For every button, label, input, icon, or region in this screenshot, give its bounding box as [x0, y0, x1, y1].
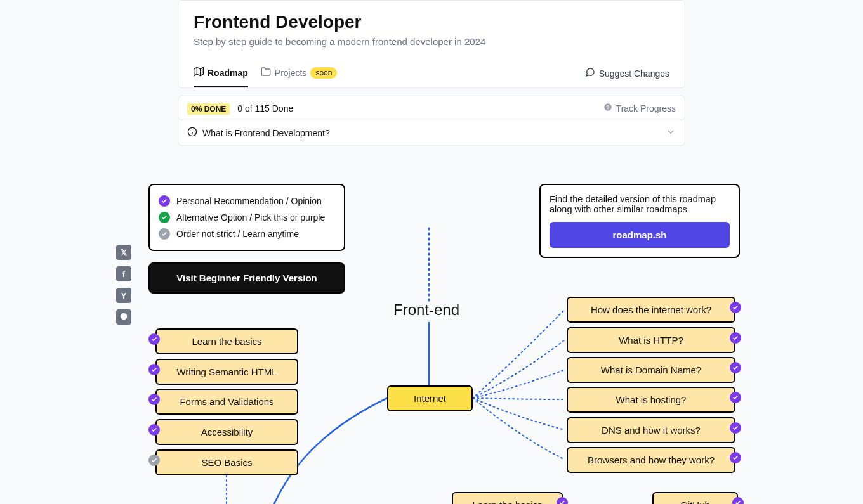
- check-icon: [159, 195, 170, 207]
- node-github[interactable]: GitHub: [652, 492, 738, 504]
- node-html-topic-1[interactable]: Writing Semantic HTML: [155, 359, 298, 385]
- check-icon: [159, 228, 170, 240]
- help-icon: ?: [603, 103, 612, 113]
- suggest-changes-label: Suggest Changes: [599, 68, 669, 79]
- node-internet-topic-0[interactable]: How does the internet work?: [567, 297, 735, 323]
- node-html-topic-4[interactable]: SEO Basics: [155, 449, 298, 475]
- beginner-version-button[interactable]: Visit Beginner Friendly Version: [148, 262, 345, 294]
- svg-text:?: ?: [606, 105, 609, 110]
- share-reddit-button[interactable]: [116, 309, 131, 325]
- x-icon: 𝕏: [121, 248, 127, 257]
- done-text: 0 of 115 Done: [237, 103, 293, 113]
- track-progress-button[interactable]: ? Track Progress: [603, 103, 676, 113]
- svg-marker-0: [194, 67, 204, 75]
- node-internet[interactable]: Internet: [387, 385, 473, 411]
- node-html-topic-2[interactable]: Forms and Validations: [155, 389, 298, 415]
- check-icon: [730, 452, 741, 463]
- chevron-down-icon: [666, 127, 676, 139]
- check-icon: [730, 302, 741, 313]
- tab-roadmap[interactable]: Roadmap: [194, 59, 248, 87]
- check-icon: [732, 497, 744, 504]
- check-icon: [730, 362, 741, 373]
- check-icon: [730, 332, 741, 344]
- check-icon: [148, 455, 160, 466]
- suggest-changes-button[interactable]: Suggest Changes: [585, 67, 669, 79]
- share-x-button[interactable]: 𝕏: [116, 245, 131, 260]
- legend-green-label: Alternative Option / Pick this or purple: [176, 212, 325, 223]
- share-hn-button[interactable]: Y: [116, 288, 131, 303]
- root-title: Front-end: [393, 301, 459, 319]
- node-css-topic-0[interactable]: Learn the basics: [452, 492, 563, 504]
- reddit-icon: [119, 312, 128, 323]
- node-internet-topic-4[interactable]: DNS and how it works?: [567, 417, 735, 443]
- check-icon: [730, 422, 741, 434]
- tab-projects[interactable]: Projects soon: [261, 59, 338, 87]
- done-badge: 0% DONE: [187, 103, 230, 115]
- tab-projects-label: Projects: [275, 68, 307, 78]
- legend-box: Personal Recommendation / Opinion Altern…: [148, 184, 345, 251]
- tab-roadmap-label: Roadmap: [208, 68, 248, 78]
- check-icon: [148, 424, 160, 436]
- promo-box: Find the detailed version of this roadma…: [539, 184, 740, 258]
- check-icon: [730, 392, 741, 403]
- node-html-topic-0[interactable]: Learn the basics: [155, 328, 298, 354]
- facebook-icon: f: [122, 269, 125, 279]
- page-title: Frontend Developer: [194, 12, 669, 32]
- node-internet-topic-1[interactable]: What is HTTP?: [567, 327, 735, 353]
- node-internet-topic-3[interactable]: What is hosting?: [567, 387, 735, 413]
- check-icon: [148, 394, 160, 405]
- check-icon: [148, 333, 160, 345]
- info-icon: [187, 127, 197, 139]
- share-facebook-button[interactable]: f: [116, 266, 131, 281]
- legend-purple-label: Personal Recommendation / Opinion: [176, 196, 322, 206]
- folder-icon: [261, 67, 271, 79]
- hn-icon: Y: [121, 291, 127, 300]
- svg-point-8: [121, 313, 128, 320]
- info-expand-row[interactable]: What is Frontend Development?: [178, 120, 685, 146]
- legend-gray-label: Order not strict / Learn anytime: [176, 229, 299, 239]
- promo-text: Find the detailed version of this roadma…: [550, 194, 730, 214]
- map-icon: [194, 67, 204, 79]
- chat-icon: [585, 67, 595, 79]
- node-internet-topic-5[interactable]: Browsers and how they work?: [567, 447, 735, 473]
- node-html-topic-3[interactable]: Accessibility: [155, 419, 298, 445]
- check-icon: [159, 212, 170, 223]
- check-icon: [148, 364, 160, 375]
- check-icon: [557, 497, 568, 504]
- soon-badge: soon: [310, 67, 337, 79]
- node-internet-topic-2[interactable]: What is Domain Name?: [567, 357, 735, 383]
- page-subtitle: Step by step guide to becoming a modern …: [194, 36, 669, 47]
- track-progress-label: Track Progress: [616, 103, 676, 113]
- progress-bar: 0% DONE 0 of 115 Done ? Track Progress: [178, 96, 685, 120]
- promo-button[interactable]: roadmap.sh: [550, 222, 730, 248]
- info-question: What is Frontend Development?: [202, 128, 330, 138]
